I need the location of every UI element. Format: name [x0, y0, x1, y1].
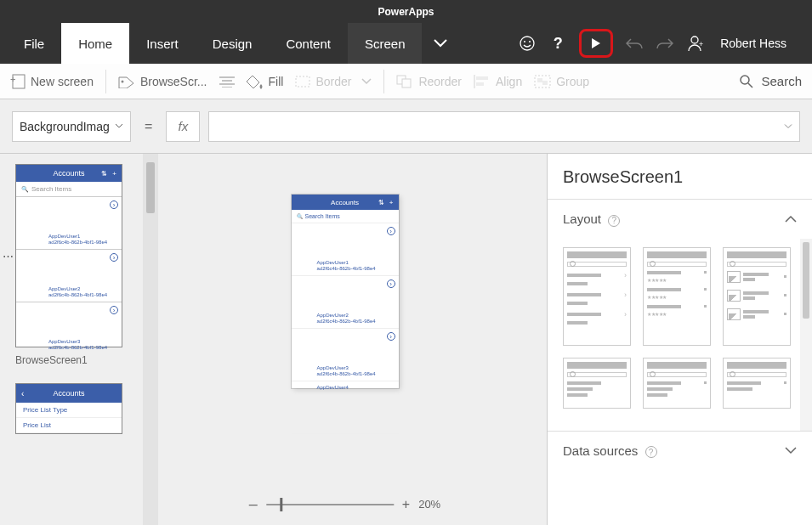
- canvas-scrollbar[interactable]: [143, 154, 158, 525]
- layout-section-header[interactable]: Layout ?: [548, 200, 812, 239]
- new-screen-button[interactable]: + New screen: [10, 74, 94, 89]
- account-button[interactable]: +: [686, 34, 705, 53]
- new-screen-icon: +: [10, 74, 26, 89]
- layout-option[interactable]: [643, 358, 711, 409]
- play-button[interactable]: [587, 34, 605, 53]
- svg-text:+: +: [10, 74, 15, 84]
- main-area: ⋯ Accounts⇅ + 🔍Search Items ›AppDevUser1…: [0, 154, 812, 525]
- layout-option[interactable]: [563, 358, 631, 409]
- svg-rect-19: [537, 78, 542, 82]
- play-button-highlight: [579, 29, 613, 58]
- layout-option[interactable]: › › ›: [563, 247, 631, 346]
- smiley-icon: [519, 35, 536, 52]
- paint-bucket-icon: [247, 74, 264, 89]
- fx-label: fx: [166, 111, 200, 142]
- person-icon: +: [687, 35, 704, 52]
- zoom-in-button[interactable]: +: [402, 497, 410, 512]
- reorder-icon: [396, 75, 413, 88]
- border-icon: [295, 76, 310, 88]
- redo-icon: [656, 37, 673, 50]
- tab-content[interactable]: Content: [269, 23, 348, 64]
- search-button[interactable]: Search: [739, 74, 802, 89]
- datasources-section: Data sources ?: [548, 431, 812, 471]
- chevron-down-icon: [784, 123, 792, 129]
- browse-scr-button[interactable]: BrowseScr...: [118, 75, 207, 88]
- screen-thumb-1[interactable]: Accounts⇅ + 🔍Search Items ›AppDevUser1ad…: [15, 164, 122, 347]
- canvas-area[interactable]: Accounts⇅ + 🔍Search Items ›AppDevUser1ad…: [143, 154, 547, 525]
- chevron-down-icon: [115, 123, 123, 129]
- help-button[interactable]: ?: [548, 34, 567, 53]
- tab-screen[interactable]: Screen: [348, 23, 423, 64]
- redo-button[interactable]: [656, 34, 674, 53]
- tag-icon: [118, 75, 135, 88]
- chevron-down-icon: [361, 78, 372, 85]
- ribbon-tabs: File Home Insert Design Content Screen ?…: [0, 23, 812, 64]
- equals-sign: =: [139, 119, 157, 134]
- svg-rect-12: [296, 76, 309, 87]
- align-text-button[interactable]: [219, 76, 235, 88]
- app-title: PowerApps: [378, 6, 434, 18]
- titlebar: PowerApps: [0, 0, 812, 23]
- chevron-up-icon: [785, 215, 797, 223]
- selected-screen-title: BrowseScreen1: [548, 154, 812, 199]
- formula-dropdown[interactable]: [784, 123, 792, 129]
- border-button[interactable]: Border: [295, 75, 372, 88]
- zoom-value: 20%: [418, 498, 440, 511]
- right-panel: BrowseScreen1 Layout ? › ›: [547, 154, 812, 525]
- svg-point-21: [741, 76, 749, 84]
- layout-option[interactable]: ★★★★★ ★★★★★ ★★★★★: [643, 247, 711, 346]
- layout-option[interactable]: [723, 247, 791, 346]
- formula-bar: BackgroundImag = fx: [0, 99, 812, 154]
- zoom-slider[interactable]: [266, 504, 394, 505]
- svg-rect-17: [476, 82, 484, 86]
- info-icon[interactable]: ?: [608, 215, 620, 227]
- zoom-out-button[interactable]: –: [249, 495, 258, 513]
- svg-point-7: [121, 80, 123, 82]
- search-icon: [739, 74, 754, 89]
- align-icon: [474, 75, 491, 88]
- layout-section: Layout ? › › ›: [548, 199, 812, 431]
- canvas-phone[interactable]: Accounts⇅ + 🔍Search Items ›AppDevUser1ad…: [292, 195, 399, 388]
- screens-panel: ⋯ Accounts⇅ + 🔍Search Items ›AppDevUser1…: [0, 154, 143, 525]
- reorder-button: Reorder: [396, 75, 462, 88]
- svg-rect-14: [402, 79, 411, 88]
- username[interactable]: Robert Hess: [717, 37, 790, 50]
- thumb-menu[interactable]: ⋯: [0, 164, 15, 347]
- svg-point-0: [520, 37, 534, 50]
- tab-insert[interactable]: Insert: [129, 23, 196, 64]
- datasources-section-header[interactable]: Data sources ?: [548, 432, 812, 471]
- tab-overflow[interactable]: [422, 23, 459, 64]
- zoom-control: – + 20%: [249, 495, 440, 513]
- svg-point-1: [524, 41, 525, 42]
- svg-text:+: +: [699, 40, 703, 48]
- screen-thumb-2[interactable]: ‹Accounts Price List Type Price List: [15, 383, 122, 434]
- fill-button[interactable]: Fill: [247, 74, 284, 89]
- svg-rect-20: [542, 81, 548, 85]
- svg-line-22: [748, 83, 752, 88]
- undo-button[interactable]: [625, 34, 644, 53]
- align-button: Align: [474, 75, 522, 88]
- ribbon-content: + New screen BrowseScr... Fill Border Re…: [0, 64, 812, 99]
- align-text-icon: [219, 76, 235, 88]
- play-icon: [589, 37, 603, 50]
- svg-point-3: [691, 37, 698, 43]
- layout-options: › › › ★★★★★: [563, 247, 800, 409]
- undo-icon: [626, 37, 643, 50]
- chevron-down-icon: [434, 39, 447, 48]
- feedback-button[interactable]: [518, 34, 537, 53]
- formula-input[interactable]: [208, 111, 800, 142]
- tab-home[interactable]: Home: [61, 23, 129, 64]
- group-icon: [534, 75, 551, 88]
- layout-option[interactable]: [723, 358, 791, 409]
- tab-design[interactable]: Design: [196, 23, 270, 64]
- chevron-down-icon: [785, 447, 797, 454]
- layout-scrollbar[interactable]: [800, 239, 812, 431]
- svg-point-2: [529, 41, 531, 42]
- property-dropdown[interactable]: BackgroundImag: [12, 111, 131, 142]
- svg-rect-16: [476, 76, 488, 80]
- info-icon[interactable]: ?: [645, 446, 657, 458]
- group-button: Group: [534, 75, 589, 88]
- tab-file[interactable]: File: [7, 23, 61, 64]
